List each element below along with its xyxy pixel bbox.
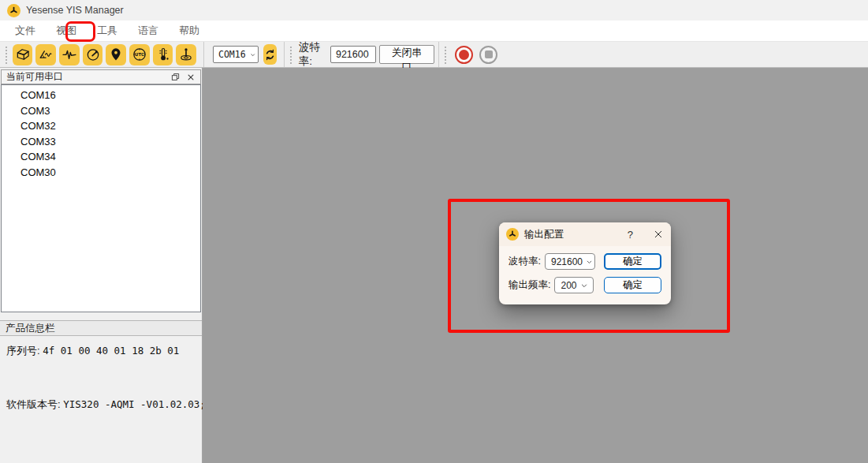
port-select-value: COM16: [218, 49, 246, 60]
window-title: Yesense YIS Manager: [26, 5, 124, 16]
toolbar-group-port: COM16: [203, 42, 284, 67]
toolbar-drag-handle[interactable]: [289, 45, 292, 64]
utc-clock-icon[interactable]: UTC: [129, 44, 150, 65]
beacon-icon[interactable]: [176, 44, 196, 65]
dialog-help-button[interactable]: ?: [628, 229, 633, 241]
chevron-down-icon: [580, 282, 588, 289]
toolbar-drag-handle[interactable]: [5, 45, 9, 64]
dialog-output-rate-label: 输出频率:: [509, 278, 550, 292]
ports-panel-title: 当前可用串口: [6, 70, 63, 84]
float-panel-icon[interactable]: [169, 71, 181, 83]
serial-number-value: 4f 01 00 40 01 18 2b 01: [43, 345, 179, 357]
port-list-item[interactable]: COM32: [2, 118, 200, 134]
menubar: 文件 视图 工具 语言 帮助: [0, 21, 868, 41]
port-list-item[interactable]: COM3: [2, 103, 200, 119]
dialog-title: 输出配置: [524, 228, 564, 241]
toolbar: UTC: [0, 41, 868, 68]
toolbar-drag-handle[interactable]: [444, 45, 448, 64]
dialog-titlebar: 输出配置 ?: [499, 222, 671, 246]
toolbar-group-views: UTC: [0, 42, 203, 67]
serial-number-label: 序列号:: [6, 345, 40, 357]
software-version-value: YIS320 -AQMI -V01.02.03;: [63, 398, 206, 410]
chevron-down-icon: [250, 51, 255, 58]
port-list-item[interactable]: COM16: [2, 88, 200, 103]
info-panel-header: 产品信息栏: [0, 320, 202, 336]
dialog-output-rate-select[interactable]: 200: [554, 277, 594, 293]
port-list-item[interactable]: COM33: [2, 134, 200, 150]
stop-icon: [485, 50, 493, 58]
dialog-rate-row: 输出频率: 200 确定: [499, 277, 671, 293]
app-window: Yesense YIS Manager 文件 视图 工具 语言 帮助: [0, 0, 868, 463]
chevron-down-icon: [586, 258, 593, 266]
baud-rate-value: 921600: [336, 49, 369, 60]
waveform-icon[interactable]: [59, 44, 80, 65]
close-serial-port-button[interactable]: 关闭串口: [379, 45, 434, 64]
dialog-baud-value: 921600: [551, 256, 583, 267]
output-config-dialog: 输出配置 ? 波特率: 921600 确定 输出频率:: [499, 222, 671, 304]
menu-view[interactable]: 视图: [49, 21, 84, 40]
record-button[interactable]: [455, 46, 473, 64]
svg-text:UTC: UTC: [135, 52, 144, 57]
yesense-logo-icon: [506, 228, 519, 241]
dialog-rate-confirm-button[interactable]: 确定: [604, 277, 661, 293]
refresh-ports-icon[interactable]: [263, 44, 277, 65]
dialog-baud-select[interactable]: 921600: [545, 253, 595, 270]
workspace-area: 输出配置 ? 波特率: 921600 确定 输出频率:: [203, 68, 868, 463]
menu-help[interactable]: 帮助: [172, 21, 207, 40]
toolbar-group-record: [438, 42, 505, 67]
software-version-line: 软件版本号: YIS320 -AQMI -V01.02.03;: [6, 398, 206, 412]
port-list-item[interactable]: COM34: [2, 149, 200, 165]
location-pin-icon[interactable]: [106, 44, 126, 65]
stop-button[interactable]: [479, 46, 497, 64]
ports-panel-header: 当前可用串口: [1, 69, 201, 84]
dialog-baud-confirm-button[interactable]: 确定: [604, 253, 661, 270]
dialog-close-button[interactable]: [654, 230, 663, 239]
info-panel-title: 产品信息栏: [6, 322, 55, 335]
baud-rate-select[interactable]: 921600: [330, 46, 376, 63]
baud-rate-label: 波特率:: [299, 40, 326, 69]
port-select[interactable]: COM16: [213, 46, 259, 63]
cube-3d-icon[interactable]: [13, 44, 33, 65]
port-list-item[interactable]: COM30: [2, 165, 200, 181]
dialog-output-rate-value: 200: [561, 280, 576, 291]
titlebar: Yesense YIS Manager: [0, 0, 868, 21]
software-version-label: 软件版本号:: [6, 398, 61, 410]
serial-number-line: 序列号: 4f 01 00 40 01 18 2b 01: [6, 344, 179, 358]
yesense-logo-icon: [7, 4, 20, 17]
attitude-wave-icon[interactable]: [35, 44, 56, 65]
menu-file[interactable]: 文件: [8, 21, 43, 40]
temperature-icon[interactable]: [153, 44, 173, 65]
toolbar-group-baud: 波特率: 921600 关闭串口: [284, 42, 438, 67]
menu-tools[interactable]: 工具: [90, 21, 125, 40]
close-panel-icon[interactable]: [184, 71, 197, 83]
menu-language[interactable]: 语言: [131, 21, 166, 40]
content-area: 当前可用串口 COM16 COM3 COM32 COM33 COM34: [0, 68, 868, 463]
dialog-baud-row: 波特率: 921600 确定: [499, 253, 671, 270]
left-dock-panel: 当前可用串口 COM16 COM3 COM32 COM33 COM34: [0, 68, 203, 463]
port-list: COM16 COM3 COM32 COM33 COM34 COM30: [1, 84, 201, 312]
record-icon: [459, 50, 469, 60]
dialog-baud-label: 波特率:: [509, 255, 541, 268]
gauge-icon[interactable]: [83, 44, 103, 65]
